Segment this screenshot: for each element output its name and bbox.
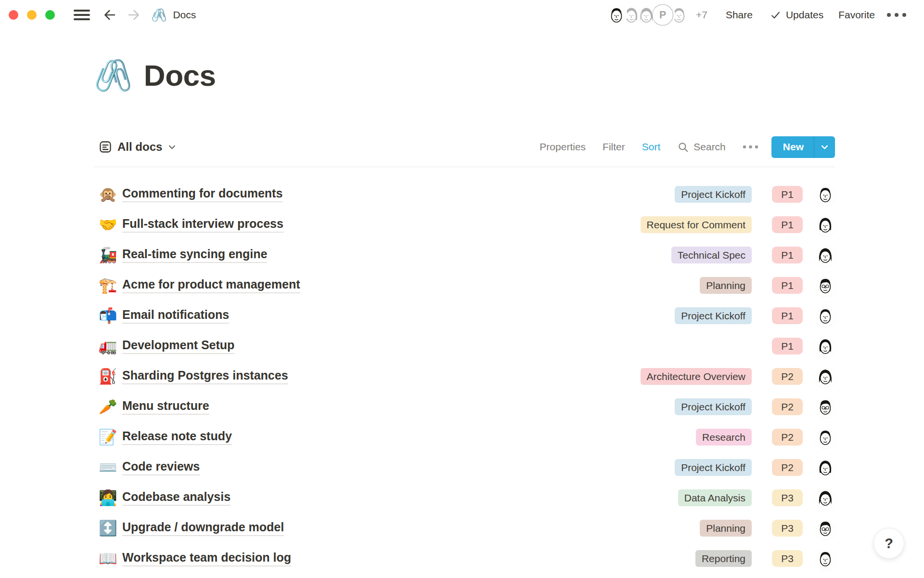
doc-row[interactable]: 👩‍💻 Codebase analysis Data Analysis P3 (94, 483, 835, 513)
owner-avatar[interactable] (816, 397, 835, 417)
doc-title-link[interactable]: Email notifications (122, 308, 229, 324)
priority-badge[interactable]: P3 (772, 550, 803, 567)
doc-title-link[interactable]: Sharding Postgres instances (122, 368, 288, 384)
priority-badge[interactable]: P2 (772, 429, 803, 446)
doc-type-tag[interactable]: Research (696, 429, 752, 446)
priority-badge[interactable]: P1 (772, 216, 803, 233)
doc-type-tag[interactable]: Planning (700, 277, 752, 294)
doc-title-link[interactable]: Real-time syncing engine (122, 247, 267, 263)
owner-avatar[interactable] (816, 428, 835, 447)
hamburger-icon (73, 9, 90, 21)
doc-title-link[interactable]: Development Setup (122, 338, 234, 354)
doc-title-link[interactable]: Acme for product management (122, 277, 300, 293)
doc-type-tag[interactable]: Architecture Overview (641, 368, 752, 385)
priority-badge[interactable]: P1 (772, 338, 803, 355)
doc-type-tag[interactable]: Project Kickoff (675, 186, 752, 203)
doc-title-link[interactable]: Commenting for documents (122, 186, 282, 202)
owner-avatar[interactable] (816, 306, 835, 326)
svg-text:P: P (659, 9, 666, 21)
doc-type-tag[interactable]: Technical Spec (671, 247, 752, 263)
owner-avatar[interactable] (816, 215, 835, 235)
owner-avatar[interactable] (816, 246, 835, 265)
doc-type-tag[interactable]: Project Kickoff (675, 398, 752, 415)
owner-avatar[interactable] (816, 488, 835, 508)
doc-type-tag[interactable]: Project Kickoff (675, 307, 752, 324)
presence-avatar[interactable] (607, 5, 626, 25)
doc-row[interactable]: ⛽ Sharding Postgres instances Architectu… (94, 361, 835, 392)
updates-button[interactable]: Updates (770, 9, 823, 21)
back-arrow-icon (102, 8, 117, 22)
close-window-button[interactable] (9, 10, 18, 20)
chevron-down-icon (167, 143, 177, 152)
forward-button[interactable] (126, 8, 141, 22)
share-button[interactable]: Share (726, 9, 753, 21)
doc-row[interactable]: 📖 Workspace team decision log Reporting … (94, 543, 835, 574)
priority-badge[interactable]: P3 (772, 520, 803, 537)
priority-badge[interactable]: P3 (772, 489, 803, 506)
doc-emoji-icon: 📬 (99, 308, 122, 323)
doc-row[interactable]: 📝 Release note study Research P2 (94, 422, 835, 452)
doc-row[interactable]: 🏗️ Acme for product management Planning … (94, 270, 835, 301)
presence-overflow-count[interactable]: +7 (696, 9, 707, 21)
doc-type-tag[interactable]: Reporting (695, 550, 752, 567)
view-more-button[interactable] (743, 145, 758, 149)
doc-title-link[interactable]: Full-stack interview process (122, 217, 283, 233)
priority-badge[interactable]: P2 (772, 398, 803, 415)
doc-row[interactable]: ↕️ Upgrade / downgrade model Planning P3 (94, 513, 835, 543)
owner-avatar[interactable] (816, 458, 835, 477)
doc-title-link[interactable]: Workspace team decision log (122, 551, 291, 566)
help-button[interactable]: ? (873, 528, 904, 559)
view-tab-all-docs[interactable]: All docs (99, 140, 177, 154)
doc-row[interactable]: 🚂 Real-time syncing engine Technical Spe… (94, 240, 835, 270)
back-button[interactable] (102, 8, 117, 22)
priority-badge[interactable]: P1 (772, 186, 803, 203)
doc-emoji-icon: 🏗️ (99, 278, 122, 293)
doc-type-tag[interactable]: Planning (700, 520, 752, 537)
sidebar-toggle-button[interactable] (73, 9, 90, 21)
properties-button[interactable]: Properties (539, 141, 586, 153)
doc-title-link[interactable]: Codebase analysis (122, 490, 231, 506)
doc-type-tag[interactable]: Data Analysis (678, 489, 752, 506)
doc-row[interactable]: ⌨️ Code reviews Project Kickoff P2 (94, 452, 835, 483)
sort-button[interactable]: Sort (642, 141, 661, 153)
doc-row[interactable]: 🚛 Development Setup P1 (94, 331, 835, 361)
doc-title-link[interactable]: Release note study (122, 429, 232, 445)
doc-title-link[interactable]: Upgrade / downgrade model (122, 520, 284, 536)
owner-avatar[interactable] (816, 549, 835, 568)
doc-row[interactable]: 📬 Email notifications Project Kickoff P1 (94, 301, 835, 331)
doc-row[interactable]: 🤝 Full-stack interview process Request f… (94, 210, 835, 240)
priority-badge[interactable]: P1 (772, 307, 803, 324)
doc-row[interactable]: 🥕 Menu structure Project Kickoff P2 (94, 392, 835, 422)
check-icon (770, 10, 781, 20)
new-button[interactable]: New (771, 136, 814, 158)
doc-row[interactable]: 🙊 Commenting for documents Project Kicko… (94, 179, 835, 210)
ellipsis-icon (743, 145, 758, 149)
owner-avatar[interactable] (816, 337, 835, 356)
breadcrumb[interactable]: Docs (173, 9, 196, 21)
owner-avatar[interactable] (816, 367, 835, 386)
minimize-window-button[interactable] (27, 10, 37, 20)
priority-badge[interactable]: P2 (772, 368, 803, 385)
priority-badge[interactable]: P1 (772, 277, 803, 294)
doc-emoji-icon: ⌨️ (99, 460, 122, 475)
zoom-window-button[interactable] (45, 10, 55, 20)
doc-type-tag[interactable]: Request for Comment (641, 216, 752, 233)
favorite-button[interactable]: Favorite (838, 9, 875, 21)
owner-avatar[interactable] (816, 519, 835, 538)
priority-badge[interactable]: P2 (772, 459, 803, 476)
owner-avatar[interactable] (816, 185, 835, 204)
search-button[interactable]: Search (677, 141, 726, 153)
filter-button[interactable]: Filter (603, 141, 625, 153)
topbar: 🖇️ Docs P +7 Share Updates Favorite (0, 0, 924, 30)
doc-emoji-icon: 🚂 (99, 248, 122, 263)
page-icon[interactable]: 🖇️ (94, 60, 132, 91)
doc-title-link[interactable]: Menu structure (122, 399, 209, 415)
presence-avatar-stack[interactable]: P (607, 4, 689, 26)
new-dropdown-button[interactable] (814, 136, 835, 158)
topbar-more-button[interactable] (886, 13, 907, 17)
owner-avatar[interactable] (816, 276, 835, 295)
doc-title-link[interactable]: Code reviews (122, 460, 200, 475)
doc-type-tag[interactable]: Project Kickoff (675, 459, 752, 476)
priority-badge[interactable]: P1 (772, 247, 803, 263)
doc-emoji-icon: 🚛 (99, 339, 122, 354)
